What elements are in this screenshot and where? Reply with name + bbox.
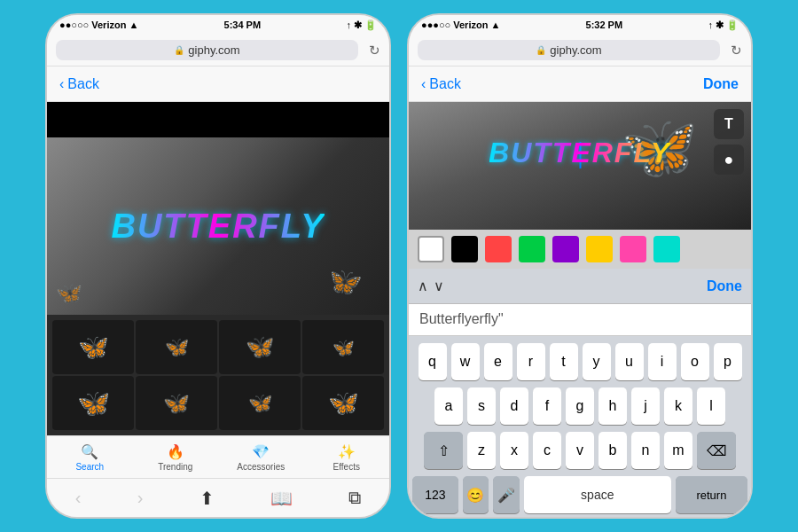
url-input-2[interactable]: 🔒 giphy.com: [418, 40, 720, 60]
key-x[interactable]: x: [500, 432, 528, 469]
butterfly-text-edit: BUTTERFLY: [489, 136, 671, 168]
accessories-icon-tab: 💎: [252, 443, 270, 460]
key-z[interactable]: z: [467, 432, 496, 469]
sticker-cell-2[interactable]: 🦋: [136, 320, 217, 374]
key-j[interactable]: j: [631, 387, 660, 425]
sticker-cell-6[interactable]: 🦋: [136, 376, 217, 430]
color-green[interactable]: [519, 236, 545, 262]
content-area-2: 🦋 BUTTERFLY T ● ∧ ∨ Done: [409, 102, 751, 517]
key-c[interactable]: c: [533, 432, 561, 469]
key-k[interactable]: k: [664, 387, 692, 425]
status-right-2: ↑ ✱ 🔋: [708, 20, 739, 31]
key-d[interactable]: d: [500, 387, 528, 425]
key-m[interactable]: m: [664, 432, 692, 469]
back-button-2[interactable]: ‹ Back: [421, 76, 461, 92]
color-black[interactable]: [451, 236, 478, 262]
butterfly-text-main: BUTTERFLY: [111, 207, 325, 246]
text-tool-btn[interactable]: T: [714, 109, 744, 139]
signal-icon-1: ↑ ✱ 🔋: [346, 20, 377, 31]
key-r[interactable]: r: [517, 343, 545, 380]
up-arrow-btn[interactable]: ∧: [418, 278, 428, 294]
key-v[interactable]: v: [566, 432, 594, 469]
key-y[interactable]: y: [583, 343, 611, 380]
url-bar-2[interactable]: 🔒 giphy.com ↻: [409, 35, 751, 66]
reload-icon-1[interactable]: ↻: [369, 43, 380, 59]
sticker-cell-1[interactable]: 🦋: [52, 320, 134, 374]
tab-trending[interactable]: 🔥 Trending: [133, 436, 219, 478]
key-space[interactable]: space: [524, 476, 671, 513]
reload-icon-2[interactable]: ↻: [731, 43, 742, 59]
sticker-cell-5[interactable]: 🦋: [52, 376, 134, 430]
status-right-1: ↑ ✱ 🔋: [346, 20, 377, 31]
forward-browser-btn[interactable]: ›: [137, 488, 144, 508]
color-purple[interactable]: [552, 236, 579, 262]
tab-effects[interactable]: ✨ Effects: [304, 436, 390, 478]
key-p[interactable]: p: [714, 343, 742, 380]
gif-area-2[interactable]: 🦋 BUTTERFLY T ●: [409, 102, 751, 230]
status-bar-1: ●●○○○ Verizon ▲ 5:34 PM ↑ ✱ 🔋: [47, 15, 389, 35]
sticker-cell-8[interactable]: 🦋: [302, 376, 384, 430]
style-tool-btn[interactable]: ●: [714, 145, 744, 175]
status-bar-2: ●●●○○ Verizon ▲ 5:32 PM ↑ ✱ 🔋: [409, 15, 751, 35]
key-u[interactable]: u: [615, 343, 644, 380]
color-teal[interactable]: [653, 236, 680, 262]
gif-main-1[interactable]: 🦋 🦋 BUTTERFLY: [47, 137, 389, 315]
key-f[interactable]: f: [533, 387, 561, 425]
sticker-cell-3[interactable]: 🦋: [219, 320, 301, 374]
key-q[interactable]: q: [419, 343, 447, 380]
key-return[interactable]: return: [676, 476, 747, 513]
color-palette: [409, 230, 751, 269]
key-o[interactable]: o: [681, 343, 709, 380]
color-pink[interactable]: [620, 236, 646, 262]
key-b[interactable]: b: [598, 432, 627, 469]
black-top-area: [47, 102, 389, 137]
sticker-cell-7[interactable]: 🦋: [219, 376, 301, 430]
url-input-1[interactable]: 🔒 giphy.com: [56, 40, 358, 60]
nav-bar-2: ‹ Back Done: [409, 66, 751, 102]
back-browser-btn[interactable]: ‹: [75, 488, 82, 508]
share-browser-btn[interactable]: ⬆: [200, 488, 215, 509]
key-emoji[interactable]: 😊: [463, 476, 489, 513]
key-delete[interactable]: ⌫: [697, 432, 736, 469]
effects-icon-tab: ✨: [338, 443, 356, 460]
key-e[interactable]: e: [484, 343, 512, 380]
key-s[interactable]: s: [467, 387, 496, 425]
tab-accessories[interactable]: 💎 Accessories: [218, 436, 304, 478]
color-yellow[interactable]: [586, 236, 613, 262]
butterfly-sticker-small-1: 🦋: [56, 281, 82, 306]
back-button-1[interactable]: ‹ Back: [59, 76, 99, 92]
tabs-browser-btn[interactable]: ⧉: [348, 488, 361, 508]
key-i[interactable]: i: [648, 343, 677, 380]
done-button-keyboard[interactable]: Done: [707, 278, 742, 294]
carrier-1: ●●○○○ Verizon: [59, 20, 126, 30]
key-t[interactable]: t: [550, 343, 578, 380]
signal-icon-2: ↑ ✱ 🔋: [708, 20, 739, 31]
chevron-left-icon-1: ‹: [59, 76, 64, 92]
key-n[interactable]: n: [631, 432, 660, 469]
url-text-2: giphy.com: [550, 43, 601, 57]
text-input-field[interactable]: Butterflyerfly": [409, 304, 751, 336]
key-microphone[interactable]: 🎤: [493, 476, 520, 513]
side-tools: T ●: [714, 109, 744, 175]
lock-icon-1: 🔒: [174, 45, 184, 55]
color-white[interactable]: [418, 236, 444, 262]
key-w[interactable]: w: [451, 343, 480, 380]
tab-search[interactable]: 🔍 Search: [47, 436, 133, 478]
key-shift[interactable]: ⇧: [424, 432, 463, 469]
tab-search-label: Search: [75, 462, 104, 472]
key-g[interactable]: g: [566, 387, 594, 425]
key-123[interactable]: 123: [412, 476, 458, 513]
sticker-cell-4[interactable]: 🦋: [302, 320, 384, 374]
url-bar-1[interactable]: 🔒 giphy.com ↻: [47, 35, 389, 66]
bookmarks-browser-btn[interactable]: 📖: [270, 488, 293, 509]
done-button-nav[interactable]: Done: [703, 76, 739, 92]
key-a[interactable]: a: [434, 387, 463, 425]
browser-controls-1: ‹ › ⬆ 📖 ⧉: [47, 478, 389, 517]
key-h[interactable]: h: [598, 387, 627, 425]
down-arrow-btn[interactable]: ∨: [434, 278, 444, 294]
key-l[interactable]: l: [697, 387, 725, 425]
color-red[interactable]: [485, 236, 512, 262]
trending-icon-tab: 🔥: [167, 443, 184, 460]
status-left-1: ●●○○○ Verizon ▲: [59, 20, 138, 30]
search-icon-tab: 🔍: [81, 443, 98, 460]
